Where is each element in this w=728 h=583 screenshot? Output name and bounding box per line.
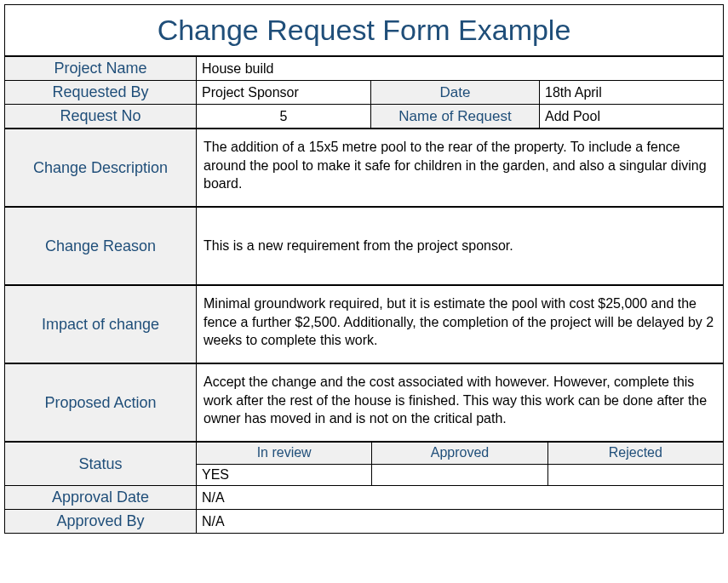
- row-requested-by: Requested By Project Sponsor Date 18th A…: [5, 81, 723, 105]
- label-date: Date: [371, 81, 540, 104]
- value-approved-by: N/A: [197, 510, 723, 533]
- value-proposed-action: Accept the change and the cost associate…: [197, 364, 723, 441]
- value-change-description: The addition of a 15x5 metre pool to the…: [197, 129, 723, 206]
- status-value-in-review: YES: [197, 465, 372, 486]
- label-approval-date: Approval Date: [5, 486, 197, 509]
- label-requested-by: Requested By: [5, 81, 197, 104]
- row-approval-date: Approval Date N/A: [5, 486, 723, 510]
- label-name-of-request: Name of Request: [371, 105, 540, 128]
- status-value-row: YES: [197, 465, 723, 486]
- status-header-in-review: In review: [197, 443, 372, 464]
- value-requested-by: Project Sponsor: [197, 81, 371, 104]
- change-request-form: Change Request Form Example Project Name…: [4, 4, 724, 534]
- value-impact-of-change: Minimal groundwork required, but it is e…: [197, 286, 723, 363]
- value-name-of-request: Add Pool: [540, 105, 720, 128]
- label-approved-by: Approved By: [5, 510, 197, 533]
- label-project-name: Project Name: [5, 57, 197, 80]
- value-date: 18th April: [540, 81, 720, 104]
- value-approval-date: N/A: [197, 486, 723, 509]
- value-change-reason: This is a new requirement from the proje…: [197, 208, 723, 284]
- status-header-rejected: Rejected: [548, 443, 723, 464]
- status-block: In review Approved Rejected YES: [197, 443, 723, 485]
- label-change-reason: Change Reason: [5, 208, 197, 284]
- row-status: Status In review Approved Rejected YES: [5, 443, 723, 486]
- label-change-description: Change Description: [5, 129, 197, 206]
- row-approved-by: Approved By N/A: [5, 510, 723, 533]
- status-value-rejected: [548, 465, 723, 486]
- row-request-no: Request No 5 Name of Request Add Pool: [5, 105, 723, 129]
- label-proposed-action: Proposed Action: [5, 364, 197, 441]
- row-impact-of-change: Impact of change Minimal groundwork requ…: [5, 286, 723, 364]
- form-title: Change Request Form Example: [5, 5, 723, 57]
- status-value-approved: [372, 465, 547, 486]
- status-header-row: In review Approved Rejected: [197, 443, 723, 465]
- row-proposed-action: Proposed Action Accept the change and th…: [5, 364, 723, 443]
- row-change-description: Change Description The addition of a 15x…: [5, 129, 723, 208]
- row-project-name: Project Name House build: [5, 57, 723, 81]
- label-request-no: Request No: [5, 105, 197, 128]
- value-request-no: 5: [197, 105, 371, 128]
- label-impact-of-change: Impact of change: [5, 286, 197, 363]
- status-header-approved: Approved: [372, 443, 547, 464]
- value-project-name: House build: [197, 57, 723, 80]
- label-status: Status: [5, 443, 197, 485]
- row-change-reason: Change Reason This is a new requirement …: [5, 208, 723, 286]
